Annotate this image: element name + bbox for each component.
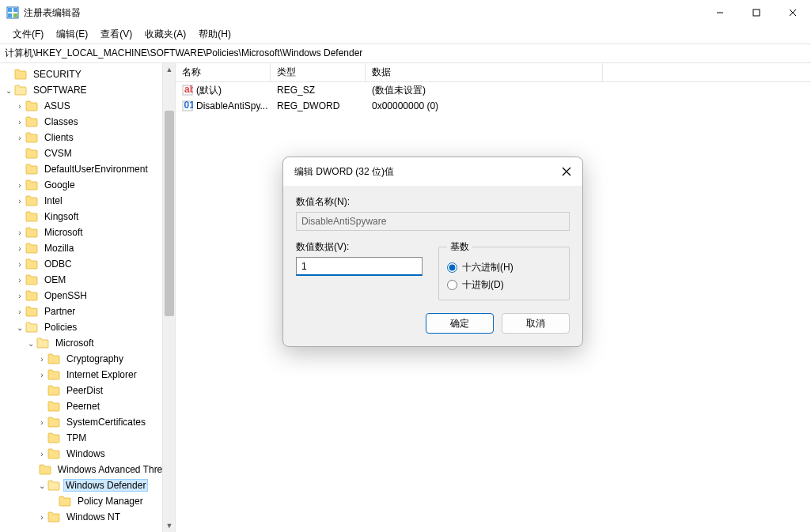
window-title: 注册表编辑器: [24, 6, 702, 20]
tree-label: Intel: [41, 194, 66, 207]
list-row[interactable]: 011DisableAntiSpy...REG_DWORD0x00000000 …: [176, 98, 811, 114]
tree-item[interactable]: ⌄Windows Defender: [0, 477, 175, 493]
tree-label: Windows: [63, 447, 108, 460]
tree-item[interactable]: ⌄Policies: [0, 319, 175, 335]
tree-item[interactable]: ›Mozilla: [0, 240, 175, 256]
chevron-down-icon[interactable]: ⌄: [14, 323, 25, 332]
chevron-right-icon[interactable]: ›: [36, 450, 47, 458]
menu-help[interactable]: 帮助(H): [192, 25, 237, 43]
chevron-right-icon[interactable]: ›: [14, 292, 25, 300]
tree-label: Internet Explorer: [63, 368, 140, 381]
tree-item[interactable]: ›Microsoft: [0, 224, 175, 240]
list-row[interactable]: ab(默认)REG_SZ(数值未设置): [176, 82, 811, 98]
tree-scrollbar[interactable]: ▲ ▼: [162, 63, 175, 532]
tree-label: SECURITY: [30, 68, 85, 81]
tree-item[interactable]: ›Partner: [0, 304, 175, 319]
tree-item[interactable]: ·PeerDist: [0, 383, 175, 398]
menu-favorites[interactable]: 收藏夹(A): [138, 25, 192, 43]
chevron-right-icon[interactable]: ›: [14, 276, 25, 285]
radio-dec-row[interactable]: 十进制(D): [447, 276, 561, 293]
edit-dword-dialog: 编辑 DWORD (32 位)值 数值名称(N): DisableAntiSpy…: [282, 157, 583, 347]
tree-item[interactable]: ⌄SOFTWARE: [0, 82, 175, 98]
chevron-right-icon[interactable]: ›: [36, 418, 47, 427]
chevron-down-icon[interactable]: ⌄: [25, 339, 36, 348]
radio-hex-row[interactable]: 十六进制(H): [447, 258, 561, 276]
value-list[interactable]: ab(默认)REG_SZ(数值未设置)011DisableAntiSpy...R…: [176, 82, 811, 114]
ok-button[interactable]: 确定: [426, 313, 494, 334]
column-type[interactable]: 类型: [271, 63, 366, 81]
tree-item[interactable]: ›Windows NT: [0, 509, 175, 525]
tree-item[interactable]: ›Classes: [0, 114, 175, 130]
tree-label: Windows NT: [63, 511, 123, 523]
tree-item[interactable]: ·Kingsoft: [0, 209, 175, 224]
tree-item[interactable]: ›Internet Explorer: [0, 367, 175, 383]
chevron-right-icon[interactable]: ›: [14, 134, 25, 142]
tree-item[interactable]: ›OpenSSH: [0, 288, 175, 304]
chevron-right-icon[interactable]: ›: [14, 181, 25, 190]
tree-label: Partner: [41, 305, 78, 318]
chevron-right-icon[interactable]: ›: [14, 260, 25, 269]
tree-label: Policies: [41, 321, 80, 334]
tree-item[interactable]: ›Google: [0, 177, 175, 193]
tree-item[interactable]: ·TPM: [0, 430, 175, 446]
svg-text:ab: ab: [184, 85, 193, 95]
menu-edit[interactable]: 编辑(E): [50, 25, 94, 43]
minimize-button[interactable]: [702, 0, 738, 25]
dialog-titlebar[interactable]: 编辑 DWORD (32 位)值: [283, 157, 582, 186]
chevron-right-icon[interactable]: ›: [36, 371, 47, 379]
tree-item[interactable]: ›OEM: [0, 272, 175, 288]
chevron-right-icon[interactable]: ›: [14, 102, 25, 111]
chevron-right-icon[interactable]: ›: [14, 244, 25, 253]
radio-hex-label: 十六进制(H): [462, 261, 514, 274]
tree-label: DefaultUserEnvironment: [41, 163, 151, 175]
tree-item[interactable]: ·Windows Advanced Threat Protection: [0, 462, 175, 477]
tree-item[interactable]: ·CVSM: [0, 145, 175, 161]
cell-name: ab(默认): [176, 84, 271, 97]
tree-item[interactable]: ›Clients: [0, 130, 175, 145]
list-header[interactable]: 名称 类型 数据: [176, 63, 811, 82]
tree-item[interactable]: ›Intel: [0, 193, 175, 209]
radio-dec[interactable]: [447, 280, 457, 290]
tree-item[interactable]: ›ASUS: [0, 98, 175, 114]
tree-label: Windows Defender: [63, 479, 148, 492]
dialog-close-button[interactable]: [555, 160, 578, 183]
base-legend: 基数: [447, 240, 472, 254]
chevron-right-icon[interactable]: ›: [14, 308, 25, 316]
chevron-right-icon[interactable]: ›: [36, 513, 47, 522]
tree-label: ASUS: [41, 100, 74, 112]
scroll-thumb[interactable]: [165, 111, 174, 316]
value-data-input[interactable]: [296, 257, 423, 276]
scroll-up-icon[interactable]: ▲: [163, 63, 176, 76]
tree-item[interactable]: ›SystemCertificates: [0, 414, 175, 430]
tree-item[interactable]: ›Cryptography: [0, 351, 175, 367]
chevron-right-icon[interactable]: ›: [14, 197, 25, 206]
close-button[interactable]: [775, 0, 811, 25]
chevron-right-icon[interactable]: ›: [36, 355, 47, 364]
tree-label: CVSM: [41, 147, 75, 160]
tree-item[interactable]: ·DefaultUserEnvironment: [0, 161, 175, 177]
tree-item[interactable]: ·Policy Manager: [0, 493, 175, 509]
maximize-button[interactable]: [738, 0, 775, 25]
base-fieldset: 基数 十六进制(H) 十进制(D): [438, 240, 570, 300]
tree-item[interactable]: ·Peernet: [0, 398, 175, 414]
address-bar[interactable]: 计算机\HKEY_LOCAL_MACHINE\SOFTWARE\Policies…: [0, 44, 811, 63]
svg-rect-2: [13, 8, 17, 12]
column-name[interactable]: 名称: [176, 63, 271, 81]
column-data[interactable]: 数据: [366, 63, 603, 81]
tree-item[interactable]: ·SECURITY: [0, 66, 175, 82]
tree-item[interactable]: ›ODBC: [0, 256, 175, 272]
chevron-right-icon[interactable]: ›: [14, 118, 25, 126]
menu-view[interactable]: 查看(V): [94, 25, 138, 43]
cancel-button[interactable]: 取消: [502, 313, 570, 334]
chevron-down-icon[interactable]: ⌄: [36, 481, 47, 490]
chevron-down-icon[interactable]: ⌄: [3, 86, 14, 95]
tree-item[interactable]: ⌄Microsoft: [0, 335, 175, 351]
cell-data: (数值未设置): [366, 84, 603, 97]
registry-tree[interactable]: ·SECURITY⌄SOFTWARE›ASUS›Classes›Clients·…: [0, 63, 175, 532]
tree-label: PeerDist: [63, 384, 106, 397]
scroll-down-icon[interactable]: ▼: [163, 519, 176, 532]
menu-file[interactable]: 文件(F): [6, 25, 50, 43]
radio-hex[interactable]: [447, 262, 457, 273]
tree-item[interactable]: ›Windows: [0, 446, 175, 462]
chevron-right-icon[interactable]: ›: [14, 228, 25, 237]
